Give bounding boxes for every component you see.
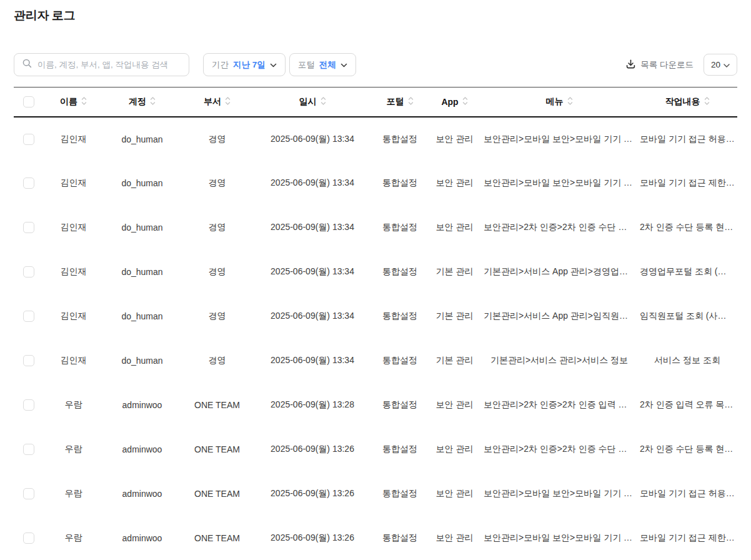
- cell-action: 모바일 기기 접근 허용 목...: [637, 117, 737, 161]
- chevron-down-icon: [724, 60, 730, 69]
- cell-portal: 통합설정: [372, 428, 428, 472]
- admin-log-page: 관리자 로그 기간 지난 7일 포털: [0, 9, 751, 560]
- col-header-menu: 메뉴: [481, 88, 637, 117]
- cell-department: 경영: [181, 161, 253, 206]
- table-header-row: 이름 계정 부서 일시 포털 App 메뉴 작업내용: [14, 88, 737, 117]
- cell-menu: 보안관리>모바일 보안>모바일 기기 접근 ...: [481, 117, 637, 161]
- col-header-action: 작업내용: [637, 88, 737, 117]
- cell-portal: 통합설정: [372, 516, 428, 560]
- table-row: 김인재 do_human 경영 2025-06-09(월) 13:34 통합설정…: [14, 161, 737, 206]
- select-all-checkbox[interactable]: [23, 96, 34, 108]
- period-filter-dropdown[interactable]: 기간 지난 7일: [203, 53, 286, 76]
- cell-action: 2차 인증 수단 등록 현황 ...: [637, 428, 737, 472]
- col-header-name: 이름: [44, 88, 103, 117]
- table-row: 우람 adminwoo ONE TEAM 2025-06-09(월) 13:28…: [14, 383, 737, 428]
- row-checkbox-cell: [14, 339, 44, 383]
- row-checkbox[interactable]: [23, 444, 34, 455]
- table-row: 김인재 do_human 경영 2025-06-09(월) 13:34 통합설정…: [14, 206, 737, 250]
- sort-icon[interactable]: [704, 96, 710, 108]
- row-checkbox-cell: [14, 516, 44, 560]
- col-header-datetime: 일시: [253, 88, 372, 117]
- table-row: 우람 adminwoo ONE TEAM 2025-06-09(월) 13:26…: [14, 428, 737, 472]
- download-list-label: 목록 다운로드: [640, 59, 694, 71]
- sort-icon[interactable]: [567, 96, 573, 108]
- row-checkbox[interactable]: [23, 178, 34, 189]
- cell-account: do_human: [103, 206, 181, 250]
- cell-portal: 통합설정: [372, 339, 428, 383]
- row-checkbox[interactable]: [23, 399, 34, 411]
- sort-icon[interactable]: [462, 96, 468, 108]
- cell-app: 기본 관리: [428, 339, 481, 383]
- cell-action: 모바일 기기 접근 제한 설...: [637, 161, 737, 206]
- cell-app: 보안 관리: [428, 428, 481, 472]
- period-filter-value: 지난 7일: [233, 59, 266, 71]
- portal-filter-value: 전체: [319, 59, 336, 71]
- cell-action: 모바일 기기 접근 허용 목...: [637, 472, 737, 516]
- sort-icon[interactable]: [81, 96, 87, 108]
- col-header-department: 부서: [181, 88, 253, 117]
- row-checkbox[interactable]: [23, 488, 34, 499]
- search-box: [14, 53, 189, 76]
- search-input[interactable]: [37, 60, 181, 69]
- row-checkbox-cell: [14, 161, 44, 206]
- cell-datetime: 2025-06-09(월) 13:34: [253, 294, 372, 339]
- search-icon: [22, 58, 32, 71]
- cell-name: 우람: [44, 472, 103, 516]
- cell-department: ONE TEAM: [181, 428, 253, 472]
- cell-action: 2차 인증 입력 오류 목록 ...: [637, 383, 737, 428]
- cell-account: do_human: [103, 250, 181, 294]
- table-row: 우람 adminwoo ONE TEAM 2025-06-09(월) 13:26…: [14, 472, 737, 516]
- row-checkbox[interactable]: [23, 134, 34, 145]
- cell-account: do_human: [103, 294, 181, 339]
- sort-icon[interactable]: [225, 96, 231, 108]
- row-checkbox[interactable]: [23, 222, 34, 233]
- cell-name: 우람: [44, 516, 103, 560]
- cell-action: 경영업무포털 조회 (사용 ...: [637, 250, 737, 294]
- row-checkbox[interactable]: [23, 266, 34, 278]
- download-icon: [625, 59, 636, 71]
- cell-app: 보안 관리: [428, 383, 481, 428]
- cell-app: 보안 관리: [428, 516, 481, 560]
- cell-name: 김인재: [44, 339, 103, 383]
- cell-department: ONE TEAM: [181, 516, 253, 560]
- table-row: 김인재 do_human 경영 2025-06-09(월) 13:34 통합설정…: [14, 250, 737, 294]
- cell-name: 김인재: [44, 294, 103, 339]
- cell-department: 경영: [181, 339, 253, 383]
- cell-datetime: 2025-06-09(월) 13:26: [253, 472, 372, 516]
- cell-menu: 보안관리>2차 인증>2차 인증 수단 등록 ...: [481, 206, 637, 250]
- cell-app: 기본 관리: [428, 294, 481, 339]
- row-checkbox[interactable]: [23, 355, 34, 366]
- chevron-down-icon: [341, 60, 347, 69]
- cell-department: 경영: [181, 206, 253, 250]
- cell-menu: 기본관리>서비스 App 관리>임직원포털: [481, 294, 637, 339]
- cell-department: 경영: [181, 294, 253, 339]
- sort-icon[interactable]: [321, 96, 326, 108]
- table-body: 김인재 do_human 경영 2025-06-09(월) 13:34 통합설정…: [14, 117, 737, 560]
- cell-menu: 기본관리>서비스 App 관리>경영업무포털: [481, 250, 637, 294]
- cell-account: adminwoo: [103, 383, 181, 428]
- cell-department: 경영: [181, 117, 253, 161]
- cell-account: do_human: [103, 161, 181, 206]
- cell-account: do_human: [103, 117, 181, 161]
- cell-action: 2차 인증 수단 등록 현황 ...: [637, 206, 737, 250]
- page-size-select[interactable]: 20: [704, 54, 737, 76]
- row-checkbox[interactable]: [23, 311, 34, 322]
- col-header-app: App: [428, 88, 481, 117]
- table-row: 김인재 do_human 경영 2025-06-09(월) 13:34 통합설정…: [14, 339, 737, 383]
- cell-datetime: 2025-06-09(월) 13:34: [253, 250, 372, 294]
- cell-datetime: 2025-06-09(월) 13:26: [253, 428, 372, 472]
- table-row: 김인재 do_human 경영 2025-06-09(월) 13:34 통합설정…: [14, 294, 737, 339]
- row-checkbox-cell: [14, 428, 44, 472]
- cell-name: 김인재: [44, 161, 103, 206]
- sort-icon[interactable]: [408, 96, 414, 108]
- cell-portal: 통합설정: [372, 472, 428, 516]
- col-header-portal: 포털: [372, 88, 428, 117]
- row-checkbox[interactable]: [23, 532, 34, 544]
- cell-department: 경영: [181, 250, 253, 294]
- cell-account: adminwoo: [103, 428, 181, 472]
- download-list-button[interactable]: 목록 다운로드: [625, 59, 694, 71]
- portal-filter-label: 포털: [298, 59, 315, 71]
- sort-icon[interactable]: [150, 96, 156, 108]
- portal-filter-dropdown[interactable]: 포털 전체: [289, 53, 356, 76]
- cell-menu: 보안관리>모바일 보안>모바일 기기 접근 ...: [481, 472, 637, 516]
